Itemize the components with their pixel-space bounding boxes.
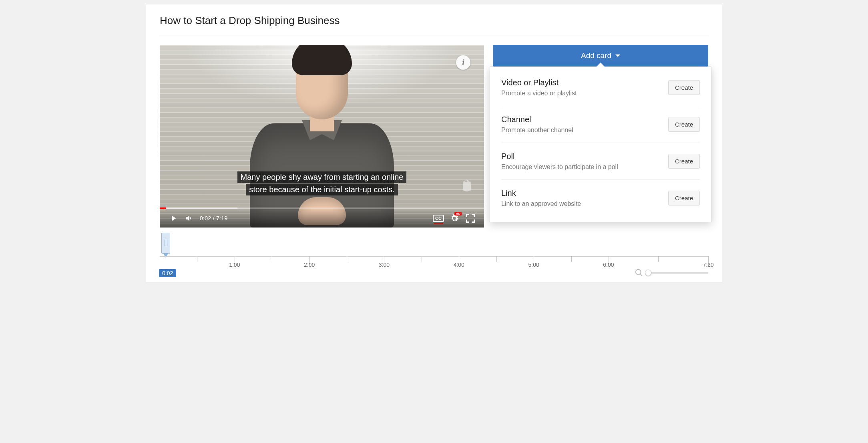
ruler-tick-label: 7:20 — [703, 262, 713, 268]
ruler-minor-tick — [496, 256, 497, 262]
card-type-desc: Link to an approved website — [501, 200, 660, 207]
timeline-current-time-pill: 0:02 — [159, 269, 176, 277]
main-row: i Many people shy away from starting an … — [160, 45, 708, 228]
ruler-minor-tick — [658, 256, 659, 262]
zoom-slider-thumb[interactable] — [645, 270, 651, 276]
create-video-playlist-button[interactable]: Create — [668, 80, 700, 95]
cc-icon: CC — [433, 215, 444, 222]
create-channel-button[interactable]: Create — [668, 117, 700, 132]
timeline-track[interactable] — [160, 233, 708, 254]
card-type-video-or-playlist: Video or Playlist Promote a video or pla… — [501, 69, 700, 106]
timeline-zoom-controls — [635, 268, 708, 277]
cards-info-icon[interactable]: i — [456, 55, 470, 70]
hd-badge: HD — [454, 212, 462, 215]
player-controls: 0:02 / 7:19 CC HD — [160, 209, 484, 228]
shopify-watermark-icon — [461, 179, 472, 191]
ruler-tick-label: 5:00 — [528, 262, 539, 268]
playhead-handle[interactable] — [161, 233, 170, 254]
create-poll-button[interactable]: Create — [668, 154, 700, 169]
zoom-slider[interactable] — [648, 272, 708, 274]
ruler-minor-tick — [571, 256, 572, 262]
presenter-figure — [234, 59, 410, 228]
ruler-tick-label: 2:00 — [304, 262, 315, 268]
add-card-column: Add card Video or Playlist Promote a vid… — [493, 45, 708, 228]
create-link-button[interactable]: Create — [668, 191, 700, 205]
current-time: 0:02 — [200, 215, 211, 222]
ruler-tick-label: 6:00 — [603, 262, 614, 268]
add-card-dropdown: Video or Playlist Promote a video or pla… — [490, 66, 711, 222]
caret-down-icon — [615, 54, 620, 57]
time-display: 0:02 / 7:19 — [200, 215, 227, 222]
timeline[interactable]: 1:002:003:004:005:006:007:20 0:02 — [160, 233, 708, 270]
card-type-title: Poll — [501, 152, 660, 161]
ruler-minor-tick — [197, 256, 197, 262]
ruler-minor-tick — [422, 256, 422, 262]
search-icon[interactable] — [635, 268, 643, 277]
card-type-title: Channel — [501, 115, 660, 124]
card-type-desc: Encourage viewers to participate in a po… — [501, 163, 660, 171]
duration: 7:19 — [216, 215, 227, 222]
ruler-tick-label: 4:00 — [454, 262, 464, 268]
card-type-channel: Channel Promote another channel Create — [501, 106, 700, 143]
volume-button[interactable] — [181, 210, 197, 226]
ruler-tick-label: 1:00 — [229, 262, 240, 268]
fullscreen-button[interactable] — [462, 210, 478, 226]
ruler-tick-label: 3:00 — [379, 262, 390, 268]
cards-editor-panel: How to Start a Drop Shipping Business i … — [146, 4, 722, 282]
card-type-title: Video or Playlist — [501, 78, 660, 87]
play-button[interactable] — [165, 210, 181, 226]
cc-button[interactable]: CC — [430, 210, 446, 226]
fullscreen-icon — [466, 214, 475, 223]
card-type-link: Link Link to an approved website Create — [501, 180, 700, 216]
card-type-poll: Poll Encourage viewers to participate in… — [501, 143, 700, 180]
play-icon — [169, 214, 178, 223]
ruler-minor-tick — [347, 256, 347, 262]
volume-icon — [185, 214, 194, 223]
card-type-desc: Promote a video or playlist — [501, 90, 660, 97]
video-title: How to Start a Drop Shipping Business — [160, 14, 708, 36]
timeline-ruler[interactable]: 1:002:003:004:005:006:007:20 — [160, 256, 708, 270]
card-type-title: Link — [501, 189, 660, 198]
settings-button[interactable]: HD — [446, 210, 462, 226]
ruler-minor-tick — [272, 256, 272, 262]
video-player[interactable]: i Many people shy away from starting an … — [160, 45, 484, 228]
card-type-desc: Promote another channel — [501, 127, 660, 134]
